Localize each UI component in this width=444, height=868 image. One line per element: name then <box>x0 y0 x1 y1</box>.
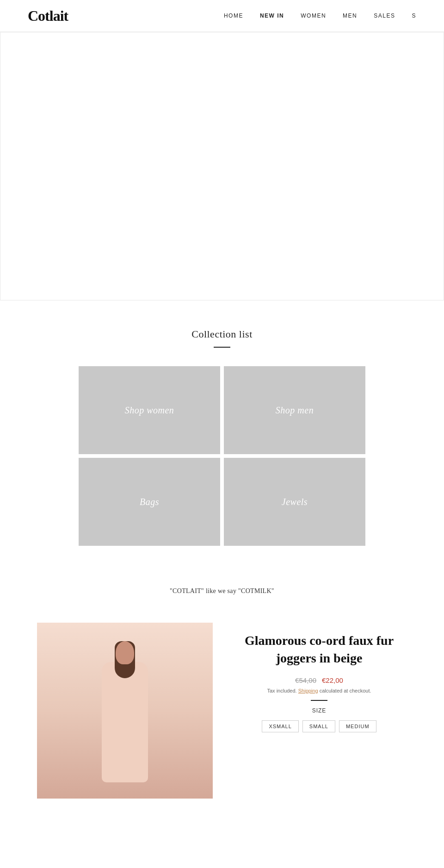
site-header: Cotlait HOME NEW IN WOMEN MEN SALES S <box>0 0 444 32</box>
collection-title: Collection list <box>37 328 407 340</box>
nav-sales[interactable]: SALES <box>374 12 395 19</box>
collection-card-women-label: Shop women <box>125 405 174 416</box>
product-title: Glamorous co-ord faux fur joggers in bei… <box>231 632 407 667</box>
price-original: €54,00 <box>295 676 316 684</box>
nav-new-in[interactable]: NEW IN <box>260 12 284 19</box>
size-label: Size <box>231 707 407 714</box>
nav-men[interactable]: MEN <box>343 12 357 19</box>
collection-card-bags-label: Bags <box>140 497 159 507</box>
collection-card-bags[interactable]: Bags <box>79 458 220 546</box>
product-model-image <box>37 623 213 799</box>
size-xsmall[interactable]: XSMALL <box>262 720 298 732</box>
price-sale: €22,00 <box>322 676 343 684</box>
product-divider <box>311 700 327 701</box>
tax-info: Tax included. Shipping calculated at che… <box>231 688 407 693</box>
collection-grid: Shop women Shop men Bags Jewels <box>79 366 365 546</box>
model-head <box>116 641 134 664</box>
tagline-section: "COTLAIT" like we say "COTMILK" <box>0 564 444 604</box>
collection-card-women[interactable]: Shop women <box>79 366 220 454</box>
tax-info-text: Tax included. <box>267 688 296 693</box>
collection-section: Collection list Shop women Shop men Bags… <box>0 300 444 564</box>
collection-card-men-label: Shop men <box>276 405 314 416</box>
shipping-link[interactable]: Shipping <box>298 688 318 693</box>
collection-card-jewels[interactable]: Jewels <box>224 458 365 546</box>
checkout-label: calculated at checkout. <box>320 688 371 693</box>
product-image <box>37 623 213 799</box>
size-medium[interactable]: MEDIUM <box>339 720 376 732</box>
product-info: Glamorous co-ord faux fur joggers in bei… <box>231 623 407 732</box>
main-nav: HOME NEW IN WOMEN MEN SALES S <box>224 12 416 19</box>
product-section: Glamorous co-ord faux fur joggers in bei… <box>0 604 444 826</box>
model-silhouette <box>88 641 162 799</box>
product-pricing: €54,00 €22,00 <box>231 676 407 684</box>
nav-home[interactable]: HOME <box>224 12 243 19</box>
tagline-text: "COTLAIT" like we say "COTMILK" <box>9 587 435 595</box>
nav-search[interactable]: S <box>412 12 416 19</box>
title-divider <box>214 347 230 348</box>
size-small[interactable]: SMALL <box>302 720 335 732</box>
site-logo[interactable]: Cotlait <box>28 7 68 25</box>
collection-card-men[interactable]: Shop men <box>224 366 365 454</box>
hero-banner <box>0 32 444 300</box>
size-options: XSMALL SMALL MEDIUM <box>231 720 407 732</box>
model-body <box>102 662 148 782</box>
nav-women[interactable]: WOMEN <box>301 12 326 19</box>
collection-card-jewels-label: Jewels <box>282 497 308 507</box>
